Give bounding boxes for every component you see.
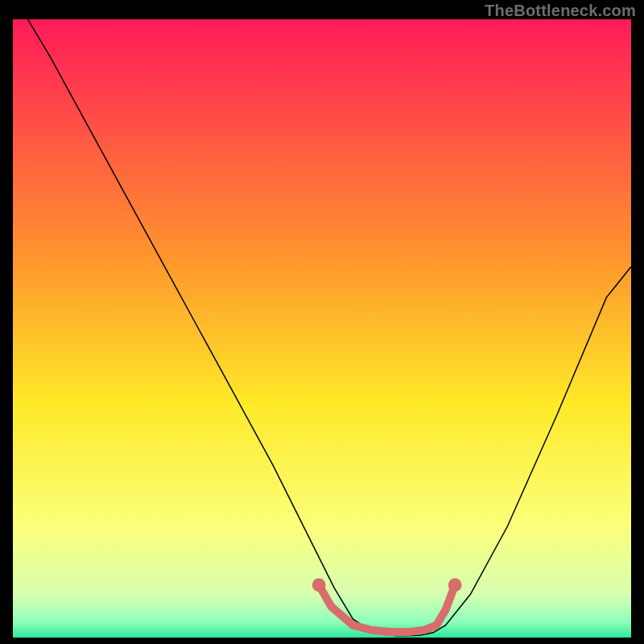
highlight-endpoint-left xyxy=(312,578,326,592)
watermark-text: TheBottleneck.com xyxy=(485,2,636,20)
chart-plot-area xyxy=(13,19,631,638)
highlight-endpoint-right xyxy=(448,578,462,592)
chart-svg xyxy=(13,19,631,638)
chart-background xyxy=(13,19,631,638)
